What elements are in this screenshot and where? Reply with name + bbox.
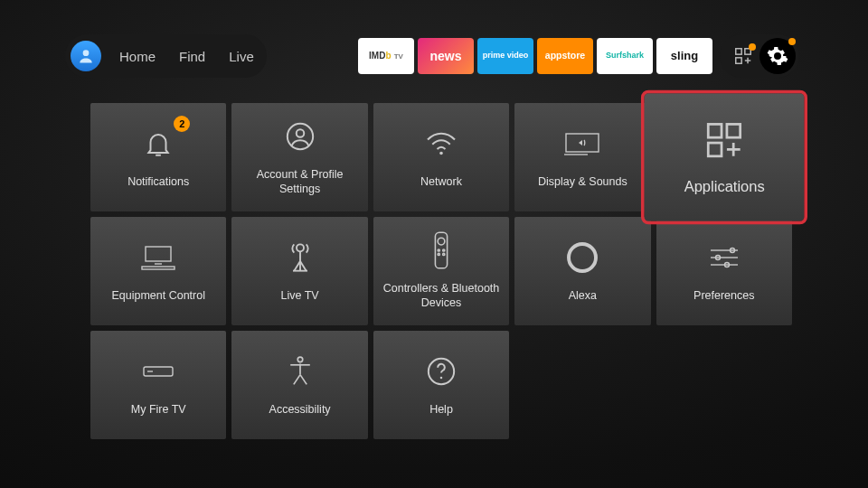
user-circle-icon (285, 121, 316, 152)
help-icon (426, 356, 457, 387)
svg-point-46 (440, 377, 443, 380)
apps-notification-dot (749, 43, 756, 51)
tile-controllers-bluetooth[interactable]: Controllers & Bluetooth Devices (373, 217, 509, 325)
tile-label: Live TV (276, 288, 325, 303)
tile-label: Help (424, 402, 458, 417)
tile-label: Equipment Control (106, 288, 211, 303)
tile-label: Display & Sounds (533, 174, 633, 189)
svg-line-44 (300, 374, 307, 384)
top-bar: Home Find Live IMDb TV news prime video … (65, 34, 799, 78)
tile-label: Account & Profile Settings (231, 167, 367, 197)
tile-account-profile[interactable]: Account & Profile Settings (231, 103, 367, 211)
wifi-icon (424, 130, 458, 157)
svg-point-9 (439, 152, 443, 155)
svg-point-28 (443, 249, 445, 251)
tv-sound-icon (564, 130, 600, 157)
equipment-icon (140, 242, 176, 273)
tile-display-sounds[interactable]: Display & Sounds (514, 103, 650, 211)
applications-icon (703, 118, 745, 161)
nav-live[interactable]: Live (229, 49, 254, 64)
gear-icon (767, 45, 788, 67)
settings-notification-dot (788, 38, 796, 45)
nav-pill: Home Find Live (65, 34, 267, 78)
tile-equipment-control[interactable]: Equipment Control (90, 217, 226, 325)
tile-accessibility[interactable]: Accessibility (231, 331, 367, 439)
svg-line-24 (300, 261, 307, 271)
svg-point-26 (438, 238, 445, 245)
svg-point-0 (83, 50, 90, 56)
tile-network[interactable]: Network (373, 103, 509, 211)
svg-point-29 (438, 253, 439, 255)
svg-point-31 (569, 244, 596, 271)
svg-point-8 (296, 129, 304, 137)
app-sling[interactable]: sling (656, 38, 712, 74)
tile-label: Preferences (688, 288, 760, 303)
tile-preferences[interactable]: Preferences (656, 217, 792, 325)
tile-label: Network (415, 174, 467, 189)
tile-help[interactable]: Help (373, 331, 509, 439)
tile-label: Alexa (563, 288, 602, 303)
settings-button[interactable] (760, 38, 796, 74)
notifications-badge: 2 (174, 116, 190, 132)
app-news[interactable]: news (418, 38, 474, 74)
svg-point-30 (443, 253, 445, 255)
nav-find[interactable]: Find (179, 49, 205, 64)
app-shortcuts: IMDb TV news prime video appstore Surfsh… (358, 38, 712, 74)
remote-icon (431, 230, 451, 270)
svg-rect-3 (736, 58, 741, 63)
firetv-box-icon (140, 362, 176, 380)
tile-label: My Fire TV (126, 402, 192, 417)
tile-alexa[interactable]: Alexa (514, 217, 650, 325)
nav-home[interactable]: Home (119, 49, 156, 64)
nav-links: Home Find Live (119, 49, 254, 64)
svg-rect-19 (142, 267, 175, 269)
svg-rect-13 (727, 124, 741, 137)
antenna-icon (285, 239, 316, 276)
svg-line-23 (294, 261, 300, 271)
accessibility-icon (287, 355, 314, 388)
user-icon (77, 47, 95, 65)
app-appstore[interactable]: appstore (537, 38, 593, 74)
svg-rect-1 (736, 49, 741, 54)
profile-avatar[interactable] (71, 41, 101, 71)
app-imdb-tv[interactable]: IMDb TV (358, 38, 414, 74)
tile-applications[interactable]: Applications (644, 93, 804, 221)
svg-rect-14 (708, 143, 722, 156)
svg-point-27 (438, 249, 439, 251)
tile-label: Notifications (122, 174, 194, 189)
svg-rect-17 (146, 247, 171, 261)
apps-grid-button[interactable] (731, 43, 756, 69)
tile-label: Controllers & Bluetooth Devices (373, 281, 509, 311)
tile-label: Applications (677, 176, 770, 195)
alexa-icon (566, 241, 599, 274)
bell-icon (143, 128, 174, 159)
tile-label: Accessibility (264, 402, 336, 417)
settings-grid: 2 Notifications Account & Profile Settin… (90, 103, 792, 439)
svg-point-20 (297, 244, 304, 251)
tile-my-fire-tv[interactable]: My Fire TV (90, 331, 226, 439)
app-surfshark[interactable]: Surfshark (597, 38, 653, 74)
svg-line-43 (293, 374, 299, 384)
tile-live-tv[interactable]: Live TV (231, 217, 367, 325)
tile-notifications[interactable]: 2 Notifications (90, 103, 226, 211)
right-icon-pill (720, 34, 799, 78)
svg-rect-12 (708, 124, 722, 137)
svg-point-40 (297, 357, 303, 362)
app-prime-video[interactable]: prime video (477, 38, 533, 74)
sliders-icon (707, 244, 741, 271)
